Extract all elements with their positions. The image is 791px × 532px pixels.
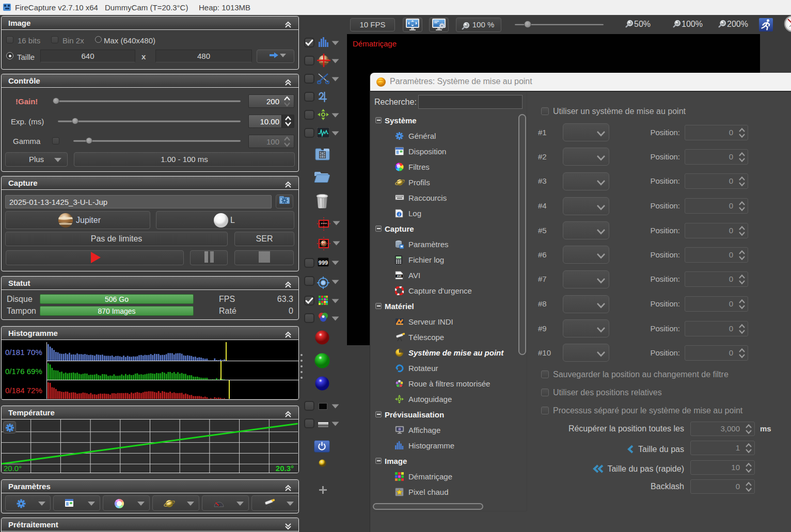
- svg-text:AVI: AVI: [397, 275, 402, 278]
- svg-text:999: 999: [319, 260, 328, 266]
